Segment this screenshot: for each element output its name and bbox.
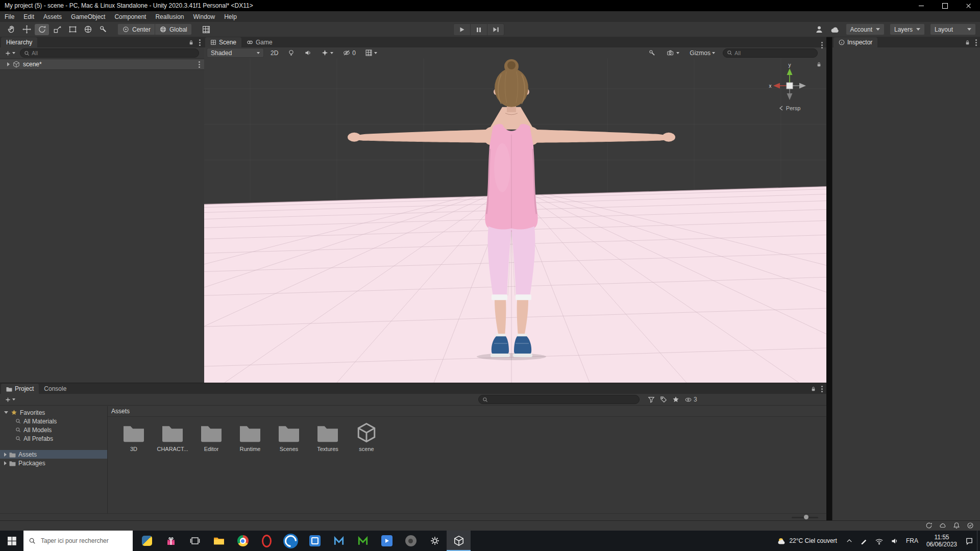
menu-gameobject[interactable]: GameObject <box>66 11 110 22</box>
hierarchy-search-input[interactable] <box>32 50 195 56</box>
asset-folder-runtime[interactable]: Runtime <box>231 422 269 452</box>
cloud-icon[interactable] <box>829 25 841 34</box>
pivot-toggle-button[interactable]: Center <box>117 23 155 35</box>
tab-inspector[interactable]: Inspector <box>834 37 877 47</box>
scene-search-input[interactable] <box>734 50 814 56</box>
menu-dots-icon[interactable] <box>975 42 977 43</box>
transform-tool-button[interactable] <box>81 24 95 35</box>
gray-app-button[interactable] <box>399 531 423 551</box>
blue-app-button[interactable] <box>303 531 327 551</box>
asset-folder-character[interactable]: CHARACT... <box>154 422 191 452</box>
2d-toggle-button[interactable]: 2D <box>268 48 281 57</box>
grid-visibility-button[interactable] <box>362 48 380 57</box>
status-cloud-icon[interactable] <box>939 522 946 529</box>
asset-scene-file[interactable]: scene <box>348 422 385 452</box>
taskbar-search-input[interactable] <box>40 537 128 545</box>
menu-window[interactable]: Window <box>189 11 220 22</box>
tree-assets[interactable]: Assets <box>0 450 107 459</box>
scene-viewport[interactable]: y x Persp <box>204 58 826 383</box>
tab-hierarchy[interactable]: Hierarchy <box>1 37 37 47</box>
draw-mode-dropdown[interactable]: Shaded <box>207 48 264 58</box>
status-activity-icon[interactable] <box>925 522 933 529</box>
step-button[interactable] <box>487 23 504 36</box>
lock-icon[interactable] <box>816 61 822 68</box>
window-titlebar[interactable]: My project (5) - scene - PC, Mac & Linux… <box>0 0 980 11</box>
weather-widget[interactable]: 22°C Ciel couvert <box>772 531 842 551</box>
status-bell-icon[interactable] <box>953 522 960 529</box>
file-explorer-button[interactable] <box>207 531 231 551</box>
collapse-arrow-icon[interactable] <box>4 411 8 414</box>
hierarchy-scene-item[interactable]: scene* <box>0 59 204 70</box>
asset-folder-textures[interactable]: Textures <box>309 422 347 452</box>
hierarchy-create-button[interactable] <box>3 49 17 58</box>
hidden-icons-button[interactable] <box>842 531 856 551</box>
menu-dots-icon[interactable] <box>199 42 201 43</box>
taskbar-search[interactable] <box>23 531 133 551</box>
circle-c-app-button[interactable] <box>279 531 303 551</box>
gizmo-center-cube[interactable] <box>787 83 793 89</box>
lock-icon[interactable] <box>964 39 971 46</box>
menu-assets[interactable]: Assets <box>39 11 66 22</box>
expand-arrow-icon[interactable] <box>4 461 7 465</box>
tab-project[interactable]: Project <box>1 384 39 394</box>
filter-funnel-icon[interactable] <box>648 396 655 403</box>
clock-widget[interactable]: 11:55 06/06/2023 <box>922 531 962 551</box>
lighting-toggle-button[interactable] <box>285 48 298 57</box>
menu-file[interactable]: File <box>0 11 19 22</box>
gizmo-x-cone[interactable] <box>773 83 780 89</box>
audio-toggle-button[interactable] <box>302 48 314 57</box>
camera-settings-button[interactable] <box>664 48 682 57</box>
label-tag-icon[interactable] <box>660 396 667 403</box>
gizmo-neg-x-cone[interactable] <box>799 83 806 89</box>
show-desktop-button[interactable] <box>977 531 980 551</box>
language-indicator[interactable]: FRA <box>902 531 922 551</box>
start-button[interactable] <box>0 531 23 551</box>
menu-component[interactable]: Component <box>110 11 151 22</box>
scene-search[interactable] <box>723 48 818 58</box>
gizmo-y-cone[interactable] <box>787 68 793 75</box>
m-blue-app-button[interactable] <box>327 531 351 551</box>
effects-dropdown-button[interactable] <box>318 48 336 57</box>
movies-tv-button[interactable] <box>375 531 399 551</box>
menu-edit[interactable]: Edit <box>19 11 39 22</box>
project-search-input[interactable] <box>490 396 635 403</box>
save-search-star-icon[interactable] <box>672 396 679 403</box>
tree-packages[interactable]: Packages <box>0 459 107 467</box>
play-button[interactable] <box>453 23 471 36</box>
grid-snap-button[interactable] <box>199 24 213 35</box>
opera-button[interactable] <box>255 531 279 551</box>
scene-item-menu-icon[interactable] <box>199 64 200 65</box>
pen-tray-button[interactable] <box>856 531 871 551</box>
hand-tool-button[interactable] <box>4 24 18 35</box>
asset-folder-3d[interactable]: 3D <box>115 422 153 452</box>
slider-knob[interactable] <box>804 515 808 519</box>
tree-all-materials[interactable]: All Materials <box>0 417 107 425</box>
menu-dots-icon[interactable] <box>821 44 823 46</box>
layout-dropdown[interactable]: Layout <box>930 23 976 35</box>
tab-console[interactable]: Console <box>39 384 71 394</box>
chrome-button[interactable] <box>231 531 255 551</box>
expand-arrow-icon[interactable] <box>7 62 10 66</box>
volume-tray-button[interactable] <box>887 531 902 551</box>
tree-favorites[interactable]: Favorites <box>0 408 107 417</box>
rect-tool-button[interactable] <box>65 24 80 35</box>
settings-button[interactable] <box>423 531 447 551</box>
asset-folder-editor[interactable]: Editor <box>192 422 230 452</box>
gizmos-dropdown[interactable]: Gizmos <box>687 48 718 57</box>
scale-tool-button[interactable] <box>50 24 64 35</box>
custom-tool-button[interactable] <box>96 24 110 35</box>
gift-app-icon[interactable] <box>159 531 183 551</box>
colorful-app-icon[interactable] <box>135 531 159 551</box>
zoom-slider[interactable] <box>792 516 818 519</box>
hierarchy-search[interactable] <box>20 48 199 58</box>
asset-folder-scenes[interactable]: Scenes <box>270 422 308 452</box>
collab-icon[interactable] <box>814 25 824 34</box>
tree-all-models[interactable]: All Models <box>0 425 107 434</box>
menu-reallusion[interactable]: Reallusion <box>151 11 188 22</box>
space-toggle-button[interactable]: Global <box>155 23 192 35</box>
status-check-icon[interactable] <box>967 522 974 529</box>
project-create-button[interactable] <box>3 395 17 404</box>
tree-all-prefabs[interactable]: All Prefabs <box>0 434 107 443</box>
hidden-packages-toggle[interactable]: 3 <box>684 396 697 403</box>
close-button[interactable] <box>957 0 980 11</box>
